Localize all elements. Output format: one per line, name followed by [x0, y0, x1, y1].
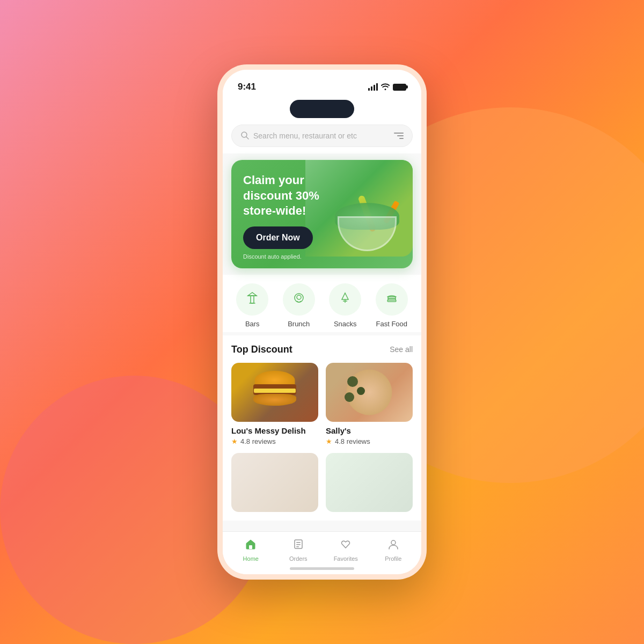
lous-star-icon: ★	[231, 437, 238, 445]
sallys-rating: ★ 4.8 reviews	[326, 437, 413, 445]
lous-name: Lou's Messy Delish	[231, 426, 318, 435]
lous-rating-text: 4.8 reviews	[240, 437, 276, 445]
dynamic-island	[290, 100, 354, 118]
placeholder-img-1	[231, 453, 318, 512]
restaurant-card-placeholder-2	[326, 453, 413, 516]
profile-nav-label: Profile	[385, 555, 401, 562]
search-icon	[240, 131, 249, 141]
svg-rect-14	[296, 542, 301, 543]
category-brunch[interactable]: Brunch	[283, 283, 315, 328]
category-snacks[interactable]: Snacks	[329, 283, 361, 328]
snacks-icon	[338, 290, 353, 309]
brunch-icon	[291, 290, 306, 309]
home-indicator	[290, 567, 354, 570]
sallys-name: Sally's	[326, 426, 413, 435]
snacks-icon-wrap	[329, 283, 361, 316]
signal-bars-icon	[368, 83, 378, 91]
lous-rating: ★ 4.8 reviews	[231, 437, 318, 445]
svg-point-17	[391, 540, 396, 545]
promo-title: Claim your discount 30% store-wide!	[243, 173, 329, 219]
svg-rect-12	[249, 545, 252, 549]
promo-banner: Claim your discount 30% store-wide! Orde…	[231, 160, 413, 268]
battery-icon	[393, 84, 406, 91]
brunch-label: Brunch	[288, 320, 310, 328]
restaurant-card-sallys[interactable]: Sally's ★ 4.8 reviews	[326, 363, 413, 445]
phone-frame: 9:41	[217, 64, 427, 580]
lous-restaurant-image	[231, 363, 318, 422]
bars-icon	[245, 290, 260, 309]
home-nav-icon	[245, 538, 257, 553]
section-title: Top Discount	[231, 344, 292, 355]
status-icons	[368, 83, 406, 92]
sallys-star-icon: ★	[326, 437, 332, 445]
favorites-nav-icon	[340, 538, 352, 553]
restaurants-grid: Lou's Messy Delish ★ 4.8 reviews	[231, 363, 413, 445]
categories-section: Bars Brunch	[223, 275, 421, 332]
wifi-icon	[381, 83, 390, 92]
see-all-link[interactable]: See all	[390, 345, 413, 354]
svg-rect-2	[251, 296, 254, 303]
svg-rect-16	[296, 546, 299, 547]
restaurant-card-placeholder-1	[231, 453, 318, 516]
placeholder-img-2	[326, 453, 413, 512]
promo-footnote: Discount auto applied.	[243, 253, 401, 260]
sallys-rating-text: 4.8 reviews	[335, 437, 370, 445]
status-bar: 9:41	[223, 70, 421, 97]
orders-nav-label: Orders	[289, 555, 308, 562]
home-nav-label: Home	[243, 555, 259, 562]
svg-rect-11	[387, 300, 396, 302]
salad-bowl-decoration	[332, 192, 402, 251]
category-bars[interactable]: Bars	[236, 283, 268, 328]
sallys-restaurant-image	[326, 363, 413, 422]
brunch-icon-wrap	[283, 283, 315, 316]
status-time: 9:41	[238, 82, 256, 92]
search-placeholder-text: Search menu, restaurant or etc	[253, 131, 389, 140]
section-header: Top Discount See all	[231, 344, 413, 355]
filter-icon[interactable]	[393, 130, 404, 141]
orders-nav-icon	[292, 538, 304, 553]
search-bar-container: Search menu, restaurant or etc	[223, 118, 421, 153]
fast-food-label: Fast Food	[376, 320, 407, 328]
category-fast-food[interactable]: Fast Food	[376, 283, 408, 328]
fast-food-icon	[384, 290, 399, 309]
bars-icon-wrap	[236, 283, 268, 316]
nav-favorites[interactable]: Favorites	[322, 538, 370, 562]
restaurants-grid-second-row	[231, 453, 413, 516]
nav-home[interactable]: Home	[227, 538, 275, 562]
categories-grid: Bars Brunch	[231, 283, 413, 328]
bars-label: Bars	[245, 320, 260, 328]
svg-rect-15	[296, 544, 301, 545]
top-discount-section: Top Discount See all Lou's Messy Delish	[223, 335, 421, 521]
svg-point-6	[297, 295, 301, 299]
svg-line-1	[246, 137, 248, 139]
snacks-label: Snacks	[334, 320, 357, 328]
nav-orders[interactable]: Orders	[275, 538, 323, 562]
search-bar[interactable]: Search menu, restaurant or etc	[231, 125, 413, 147]
restaurant-card-lous[interactable]: Lou's Messy Delish ★ 4.8 reviews	[231, 363, 318, 445]
fast-food-icon-wrap	[376, 283, 408, 316]
favorites-nav-label: Favorites	[334, 555, 358, 562]
nav-profile[interactable]: Profile	[370, 538, 418, 562]
order-now-button[interactable]: Order Now	[243, 226, 313, 249]
app-content: Search menu, restaurant or etc Claim you…	[223, 118, 421, 574]
profile-nav-icon	[387, 538, 399, 553]
